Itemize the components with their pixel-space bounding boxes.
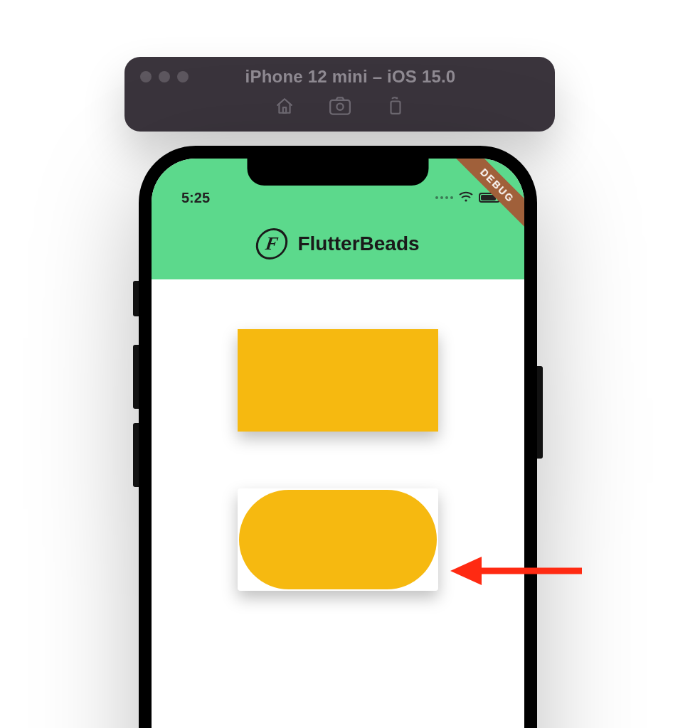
simulator-toolbar: iPhone 12 mini – iOS 15.0 (124, 57, 555, 132)
svg-rect-3 (391, 102, 400, 114)
app-content (152, 279, 524, 591)
cellular-signal-icon (435, 196, 453, 199)
volume-down-button (133, 423, 139, 487)
app-bar-title-row: F FlutterBeads (152, 228, 524, 259)
status-bar: 5:25 (152, 187, 524, 208)
svg-point-2 (336, 104, 343, 110)
simulator-top-row: iPhone 12 mini – iOS 15.0 (124, 67, 555, 87)
status-time: 5:25 (181, 190, 210, 206)
card-rectangle-fill (238, 329, 438, 432)
svg-point-4 (465, 199, 467, 201)
app-logo-icon: F (254, 228, 290, 259)
app-title: FlutterBeads (297, 232, 419, 255)
svg-rect-0 (282, 107, 285, 113)
card-rectangle[interactable] (238, 329, 438, 432)
phone-notch (248, 159, 429, 186)
card-stadium[interactable] (238, 488, 438, 591)
home-icon[interactable] (275, 97, 294, 118)
simulator-title: iPhone 12 mini – iOS 15.0 (146, 67, 555, 87)
volume-up-button (133, 345, 139, 409)
rotate-icon[interactable] (386, 97, 405, 118)
power-button (537, 366, 543, 459)
simulator-actions (275, 97, 405, 118)
svg-rect-1 (330, 100, 350, 114)
screenshot-icon[interactable] (329, 97, 351, 118)
silence-switch (133, 281, 139, 316)
card-stadium-fill (239, 490, 437, 589)
phone-frame: DEBUG 5:25 (139, 146, 537, 728)
phone-screen: DEBUG 5:25 (152, 159, 524, 728)
phone-simulator: DEBUG 5:25 (139, 146, 537, 725)
wifi-icon (459, 190, 473, 206)
